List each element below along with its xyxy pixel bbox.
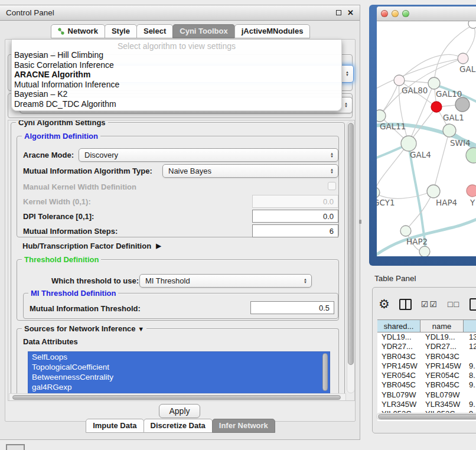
- network-node-gal11[interactable]: [377, 110, 386, 122]
- horizontal-scrollbar-thumb[interactable]: [12, 395, 341, 400]
- attribute-item[interactable]: SelfLoops: [28, 352, 330, 362]
- minimized-panel-box[interactable]: [6, 444, 25, 450]
- tab-infer-network[interactable]: Infer Network: [212, 419, 275, 433]
- vertical-scrollbar-thumb[interactable]: [348, 123, 354, 365]
- apply-button[interactable]: Apply: [159, 404, 200, 418]
- algorithm-option[interactable]: ARACNE Algorithm: [12, 70, 341, 80]
- attributes-scrollbar-thumb[interactable]: [322, 353, 328, 391]
- table-panel-title: Table Panel: [374, 274, 416, 283]
- data-attributes-label: Data Attributes: [23, 337, 78, 346]
- algorithm-option[interactable]: Mutual Information Inference: [12, 80, 341, 90]
- table-row[interactable]: YDL19...YDL19...13: [377, 332, 476, 342]
- attribute-item[interactable]: BetweennessCentrality: [28, 372, 330, 382]
- table-row[interactable]: YDR27...YDR27...12: [377, 342, 476, 351]
- threshold-definition-group: Threshold Definition Which threshold to …: [17, 259, 339, 321]
- network-node-gal10[interactable]: [428, 77, 440, 89]
- mi-steps-label: Mutual Information Steps:: [23, 227, 118, 236]
- network-node[interactable]: [466, 148, 476, 163]
- manual-kernel-checkbox[interactable]: [328, 182, 336, 190]
- manual-kernel-label: Manual Kernel Width Definition: [23, 182, 136, 191]
- network-node-gal7[interactable]: [458, 53, 468, 64]
- split-columns-icon[interactable]: [399, 299, 412, 310]
- which-threshold-combobox[interactable]: MI Threshold ▲▼: [139, 274, 312, 288]
- network-node[interactable]: [419, 246, 430, 256]
- panel-splitter-handle[interactable]: [359, 220, 361, 224]
- table-panel: ⚙ ☑☑ □□ shared...name YDL19...YDL19...13…: [372, 287, 476, 433]
- network-node-label: GAL11: [380, 122, 406, 131]
- network-node-gal1[interactable]: [431, 102, 442, 112]
- tab-network[interactable]: Network: [51, 24, 105, 38]
- network-node-y[interactable]: [467, 185, 476, 197]
- network-node-gal4[interactable]: [401, 136, 416, 151]
- tab-select[interactable]: Select: [136, 24, 173, 38]
- data-attributes-list[interactable]: SelfLoopsTopologicalCoefficientBetweenne…: [28, 351, 330, 394]
- new-table-icon[interactable]: [470, 298, 476, 311]
- zoom-traffic-light[interactable]: [402, 10, 409, 17]
- network-canvas[interactable]: GAL7GAL80GAL10GAL1GAL11SWI4GAL4GCY1HAP4Y…: [377, 21, 476, 256]
- float-window-icon[interactable]: [336, 10, 341, 15]
- network-node-label: GAL10: [436, 89, 462, 99]
- network-node[interactable]: [455, 97, 470, 112]
- node-table[interactable]: shared...name YDL19...YDL19...13YDR27...…: [377, 319, 476, 421]
- mi-steps-field[interactable]: 6: [252, 224, 338, 237]
- network-node-swi4[interactable]: [443, 124, 456, 137]
- hub-transcription-section[interactable]: Hub/Transcription Factor Definition ▶: [22, 242, 161, 250]
- mi-threshold-field[interactable]: 0.5: [250, 301, 334, 314]
- table-row[interactable]: YBR045CYBR045C9.: [377, 380, 476, 390]
- dpi-tolerance-field[interactable]: 0.0: [252, 210, 338, 223]
- deselect-all-checkboxes-icon[interactable]: □□: [448, 299, 460, 309]
- algorithm-option[interactable]: Bayesian – Hill Climbing: [12, 50, 341, 60]
- network-node-label: HAP4: [436, 198, 457, 207]
- algorithm-option[interactable]: Dream8 DC_TDC Algorithm: [12, 99, 341, 109]
- table-cell: 12: [465, 342, 476, 351]
- expanded-arrow-icon[interactable]: ▼: [138, 325, 144, 332]
- network-edge[interactable]: [433, 131, 449, 191]
- select-all-checkboxes-icon[interactable]: ☑☑: [421, 299, 438, 309]
- network-edge[interactable]: [434, 25, 473, 83]
- algorithm-option[interactable]: Bayesian – K2: [12, 89, 341, 99]
- network-node-gcy1[interactable]: [377, 187, 380, 198]
- minimize-traffic-light[interactable]: [392, 10, 399, 17]
- table-cell: YBR045C: [421, 380, 465, 390]
- table-row[interactable]: YPR145WYPR145W9.: [377, 361, 476, 371]
- table-column-header[interactable]: [463, 319, 476, 332]
- table-hscroll-track[interactable]: [376, 413, 476, 420]
- mi-type-combobox[interactable]: Naive Bayes ▲▼: [162, 164, 338, 178]
- table-row[interactable]: YER054CYER054C8.: [377, 371, 476, 380]
- network-edge[interactable]: [399, 54, 463, 80]
- network-node-label: GAL4: [410, 150, 431, 159]
- control-panel-window: Control Panel ✕ Network Style Select Cyn…: [0, 5, 360, 440]
- network-node-gal80[interactable]: [394, 75, 405, 86]
- tab-jactivemnodules[interactable]: jActiveMNodules: [234, 24, 311, 38]
- table-cell: YPR145W: [377, 361, 421, 371]
- network-node-hap4[interactable]: [427, 185, 440, 198]
- tab-impute-data[interactable]: Impute Data: [86, 419, 144, 433]
- aracne-mode-combobox[interactable]: Discovery ▲▼: [79, 148, 338, 162]
- attribute-item[interactable]: TopologicalCoefficient: [28, 362, 330, 372]
- horizontal-scrollbar-track[interactable]: [9, 393, 346, 401]
- table-column-header[interactable]: shared...: [377, 319, 420, 332]
- tab-discretize-data[interactable]: Discretize Data: [144, 419, 213, 433]
- network-node-hap2[interactable]: [400, 226, 411, 236]
- tab-cyni-toolbox[interactable]: Cyni Toolbox: [172, 24, 234, 38]
- table-column-header[interactable]: name: [420, 319, 464, 332]
- control-panel-tab-bar: Network Style Select Cyni Toolbox jActiv…: [0, 24, 360, 38]
- mi-type-value: Naive Bayes: [168, 167, 211, 175]
- close-traffic-light[interactable]: [381, 10, 388, 17]
- algorithm-option[interactable]: Basic Correlation Inference: [12, 60, 341, 70]
- table-row[interactable]: YBR043CYBR043C: [377, 352, 476, 361]
- table-header-row: shared...name: [377, 319, 476, 332]
- screen: Control Panel ✕ Network Style Select Cyn…: [0, 0, 476, 450]
- tab-style[interactable]: Style: [105, 24, 137, 38]
- attribute-item[interactable]: gal4RGexp: [28, 382, 330, 392]
- table-row[interactable]: YBL079WYBL079W: [377, 390, 476, 400]
- table-row[interactable]: YLR345WYLR345W9.: [377, 400, 476, 409]
- close-icon[interactable]: ✕: [347, 8, 354, 17]
- table-hscroll-thumb[interactable]: [378, 414, 476, 419]
- gear-icon[interactable]: ⚙: [379, 297, 390, 311]
- table-cell: 8.: [465, 371, 476, 380]
- kernel-width-field[interactable]: 0.0: [252, 195, 338, 208]
- mi-threshold-value: 0.5: [319, 304, 330, 312]
- vertical-scrollbar-track[interactable]: [347, 121, 355, 393]
- which-threshold-value: MI Threshold: [145, 276, 190, 285]
